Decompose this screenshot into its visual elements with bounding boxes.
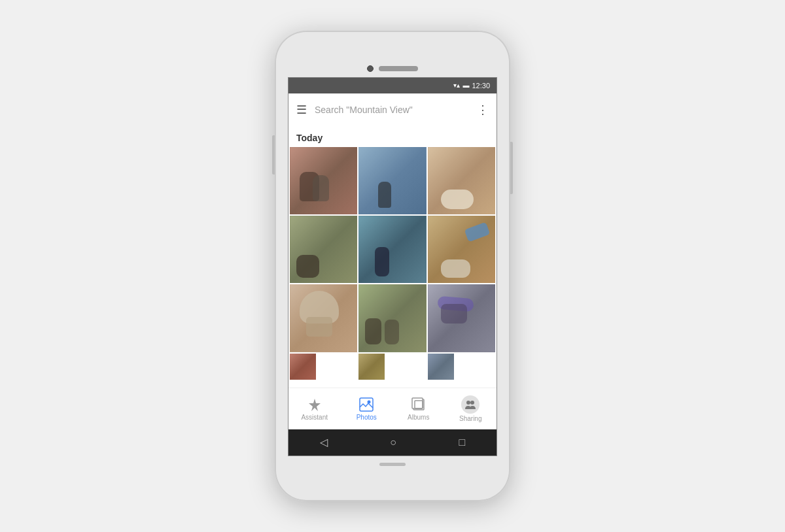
assistant-icon: [307, 397, 322, 412]
albums-icon: [411, 397, 426, 412]
photo-image: [358, 216, 426, 283]
photo-image: [290, 354, 316, 380]
photo-image: [358, 284, 426, 352]
more-options-icon[interactable]: ⋮: [477, 103, 489, 117]
photos-icon: [359, 397, 374, 412]
svg-marker-0: [309, 399, 321, 411]
search-placeholder[interactable]: Search "Mountain View": [315, 105, 469, 115]
photo-cell[interactable]: [358, 147, 426, 214]
android-nav-bar: ◁ ○ □: [288, 429, 497, 456]
phone-top: [275, 58, 510, 77]
status-icons: ▾▴ ▬ 12:30: [453, 82, 490, 90]
photo-image: [290, 147, 357, 214]
svg-point-7: [470, 401, 474, 405]
photo-cell[interactable]: [290, 216, 357, 283]
photo-image: [428, 216, 495, 283]
bottom-nav: Assistant Photos: [288, 388, 497, 429]
photo-cell[interactable]: [358, 284, 426, 352]
nav-item-photos[interactable]: Photos: [341, 397, 393, 421]
photo-cell[interactable]: [428, 354, 454, 380]
signal-icon: ▬: [462, 82, 469, 89]
nav-item-albums[interactable]: Albums: [392, 397, 445, 421]
photo-image: [428, 354, 454, 380]
photo-cell[interactable]: [290, 354, 316, 380]
phone-screen: ▾▴ ▬ 12:30 ☰ Search "Mountain View" ⋮ To…: [288, 77, 497, 456]
photo-image: [358, 354, 385, 380]
wifi-icon: ▾▴: [453, 82, 460, 89]
recent-button[interactable]: □: [459, 437, 466, 448]
nav-item-assistant[interactable]: Assistant: [288, 397, 341, 421]
svg-rect-4: [412, 398, 423, 408]
home-button[interactable]: ○: [390, 437, 396, 448]
photo-image: [428, 147, 495, 214]
photo-image: [290, 284, 357, 352]
search-bar: ☰ Search "Mountain View" ⋮: [288, 93, 497, 126]
home-indicator: [379, 463, 406, 466]
nav-label-photos: Photos: [357, 414, 377, 421]
hamburger-icon[interactable]: ☰: [296, 103, 307, 117]
photo-image: [358, 147, 426, 214]
nav-label-sharing: Sharing: [459, 415, 481, 422]
phone-device: ▾▴ ▬ 12:30 ☰ Search "Mountain View" ⋮ To…: [275, 31, 510, 501]
status-time: 12:30: [472, 82, 490, 90]
sharing-icon: [461, 395, 480, 414]
phone-bottom: [275, 456, 510, 475]
photo-cell[interactable]: [358, 354, 385, 380]
svg-point-6: [466, 401, 470, 405]
back-button[interactable]: ◁: [320, 436, 328, 448]
svg-point-2: [368, 400, 371, 403]
status-bar: ▾▴ ▬ 12:30: [288, 78, 497, 93]
photo-content: Today: [288, 126, 497, 388]
photo-image: [428, 284, 495, 352]
photo-cell[interactable]: [358, 216, 426, 283]
photo-cell[interactable]: [428, 147, 495, 214]
speaker: [379, 66, 418, 71]
photo-image: [290, 216, 357, 283]
photo-cell[interactable]: [290, 147, 357, 214]
photo-cell[interactable]: [428, 216, 495, 283]
camera-dot: [367, 65, 374, 72]
section-label-today: Today: [288, 126, 497, 147]
photo-cell[interactable]: [290, 284, 357, 352]
sharing-people-icon: [464, 399, 476, 410]
nav-label-assistant: Assistant: [301, 414, 328, 421]
photo-cell[interactable]: [428, 284, 495, 352]
photo-grid: [288, 147, 497, 380]
nav-item-sharing[interactable]: Sharing: [445, 395, 497, 422]
nav-label-albums: Albums: [408, 414, 429, 421]
